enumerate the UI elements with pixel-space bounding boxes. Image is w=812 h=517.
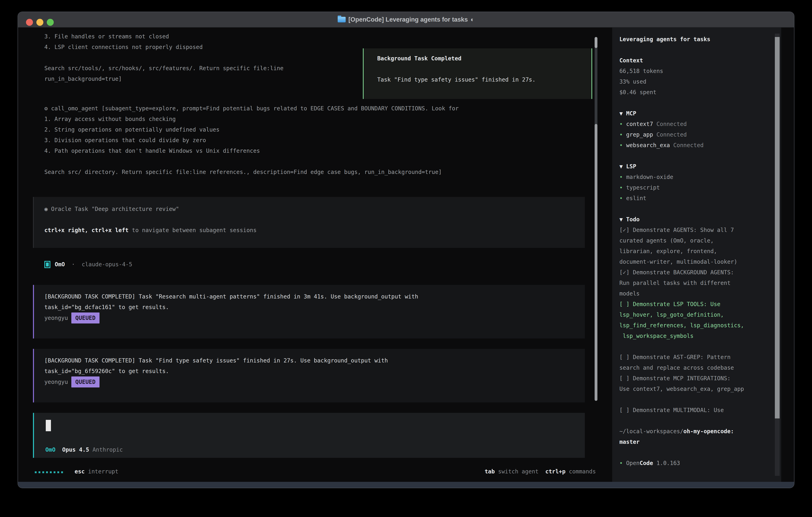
terminal-line: lsp_workspace_symbols [619, 331, 744, 341]
prompt-input[interactable]: OmO Opus 4.5 Anthropic [33, 413, 585, 458]
terminal-line: Use context7, websearch_exa, grep_app [619, 384, 744, 394]
terminal-line: [✓] Demonstrate BACKGROUND AGENTS: [619, 267, 744, 278]
sidebar-scrollbar-thumb[interactable] [775, 37, 780, 418]
main-scrollbar[interactable] [594, 37, 598, 401]
terminal-line: [ ] Demonstrate MULTIMODAL: Use [619, 405, 744, 415]
terminal-line [45, 52, 284, 63]
text-segment: context7 [626, 121, 653, 127]
text-segment: switch agent [495, 468, 539, 475]
text-segment: task_id="bg_6f59260c" to get results. [45, 368, 169, 375]
text-segment: • [619, 174, 626, 180]
text-segment: 2. String operations on potentially unde… [45, 126, 220, 133]
text-segment: grep_app [626, 131, 653, 138]
text-cursor [46, 420, 51, 431]
window-title-text: [OpenCode] Leveraging agents for tasks [348, 16, 468, 23]
status-bar: ▪▪▪▪▪▪▪▪ esc interrupt tab switch agent … [34, 466, 596, 477]
terminal-line [45, 156, 459, 167]
text-segment: 1. Array access without bounds checking [45, 116, 176, 123]
terminal-line: • websearch_exa Connected [619, 140, 744, 151]
text-segment: [BACKGROUND TASK COMPLETED] Task "Find t… [45, 357, 388, 364]
text-segment: [✓] Demonstrate AGENTS: Show all 7 [619, 227, 734, 233]
terminal-line [377, 64, 591, 74]
terminal-line: ▪▪▪▪▪▪▪▪ esc interrupt [34, 466, 118, 477]
main-scrollbar-mark[interactable] [594, 37, 598, 48]
text-segment: $0.46 spent [619, 89, 656, 96]
text-segment: [ ] Demonstrate LSP TOOLS: Use [619, 301, 721, 307]
text-segment: Connected [670, 142, 704, 148]
text-segment: • [619, 142, 626, 148]
notification-toast[interactable]: Background Task Completed Task "Find typ… [363, 48, 592, 99]
terminal-line [45, 214, 585, 225]
terminal-line: models [619, 288, 744, 299]
text-segment: to navigate between subagent sessions [128, 227, 257, 234]
terminal-line: librarian, explore, frontend, [619, 246, 744, 256]
text-segment: eslint [626, 195, 646, 201]
minimize-button[interactable] [36, 19, 44, 26]
text-segment: Run parallel tasks with different [619, 280, 730, 286]
text-segment: models [619, 290, 640, 297]
text-segment: ctrl+x right, ctrl+x left [45, 227, 128, 234]
text-segment: Opus 4.5 [62, 446, 89, 453]
text-segment: Leveraging agents for tasks [619, 36, 710, 43]
terminal-line: • typescript [619, 182, 744, 193]
terminal-line: Run parallel tasks with different [619, 278, 744, 288]
agent-model-row: OmO Opus 4.5 Anthropic [46, 444, 123, 455]
agent-header-text: OmO · claude-opus-4-5 [55, 259, 132, 270]
traffic-lights [26, 19, 54, 26]
text-segment: OmO [55, 261, 65, 268]
text-segment: curated agents (OmO, oracle, [619, 237, 714, 244]
terminal-line [619, 394, 744, 405]
text-segment: 66,518 tokens [619, 68, 663, 74]
zoom-button[interactable] [47, 19, 54, 26]
terminal-line: Search src/ directory. Return specific f… [45, 167, 459, 177]
text-segment: ▼ MCP [619, 110, 636, 117]
text-segment: ▼ LSP [619, 163, 636, 170]
terminal-line: [ ] Demonstrate LSP TOOLS: Use [619, 299, 744, 309]
terminal-line: 3. Division operations that could divide… [45, 135, 459, 145]
text-segment: markdown-oxide [626, 174, 673, 180]
status-right: tab switch agent ctrl+p commands [485, 466, 596, 477]
text-segment: ~/local-workspaces/ [619, 428, 683, 435]
terminal-line: [ ] Demonstrate MCP INTEGRATIONS: [619, 373, 744, 384]
terminal-line [619, 447, 744, 458]
text-segment: 4. LSP client connections not properly d… [45, 44, 203, 50]
terminal-line: ◉ Oracle Task "Deep architecture review" [45, 204, 585, 214]
status-left: ▪▪▪▪▪▪▪▪ esc interrupt [34, 466, 118, 477]
text-segment: ▪▪▪▪▪▪▪▪ [34, 469, 64, 474]
text-segment: lsp_hover, lsp_goto_definition, [619, 311, 724, 318]
close-button[interactable] [26, 19, 33, 26]
terminal-line [619, 341, 744, 352]
task-completed-box-2[interactable]: [BACKGROUND TASK COMPLETED] Task "Find t… [33, 349, 585, 403]
terminal-line: task_id="bg_6f59260c" to get results. [45, 366, 585, 377]
text-segment: ctrl+p [545, 468, 566, 475]
text-segment: Background Task Completed [377, 55, 461, 62]
terminal-line: 4. Path operations that don't handle Win… [45, 145, 459, 156]
text-segment: Open [626, 460, 640, 466]
titlebar[interactable]: [OpenCode] Leveraging agents for tasks ◐ [18, 12, 794, 28]
terminal-line: Task "Find type safety issues" finished … [377, 74, 591, 85]
text-segment: Anthropic [89, 446, 123, 453]
terminal-line: [BACKGROUND TASK COMPLETED] Task "Resear… [45, 291, 585, 302]
terminal-line: [✓] Demonstrate AGENTS: Show all 7 [619, 225, 744, 235]
text-segment: 33% used [619, 78, 646, 85]
terminal-line: ~/local-workspaces/oh-my-opencode: [619, 426, 744, 437]
terminal-line [619, 151, 744, 161]
terminal-line: curated agents (OmO, oracle, [619, 235, 744, 246]
text-segment: • [619, 131, 626, 138]
terminal-line: Context [619, 55, 744, 66]
text-segment: Task "Find type safety issues" finished … [377, 76, 535, 83]
text-segment [539, 468, 545, 475]
sidebar-scrollbar[interactable] [775, 34, 780, 476]
terminal-line: document-writer, multimodal-looker) [619, 256, 744, 267]
task-completed-box-1[interactable]: [BACKGROUND TASK COMPLETED] Task "Resear… [33, 285, 585, 338]
omo-call-block: ⚙ call_omo_agent [subagent_type=explore,… [45, 103, 459, 177]
text-segment: 3. File handles or streams not closed [45, 33, 169, 40]
text-segment: yeongyu [45, 379, 71, 385]
text-segment: 3. Division operations that could divide… [45, 137, 206, 143]
main-scrollbar-thumb[interactable] [594, 124, 598, 401]
window-title: [OpenCode] Leveraging agents for tasks ◐ [338, 16, 474, 23]
text-segment: typescript [626, 184, 660, 191]
oracle-task-box[interactable]: ◉ Oracle Task "Deep architecture review"… [33, 197, 585, 248]
terminal-line: ▼ LSP [619, 161, 744, 172]
text-segment: • [619, 184, 626, 191]
